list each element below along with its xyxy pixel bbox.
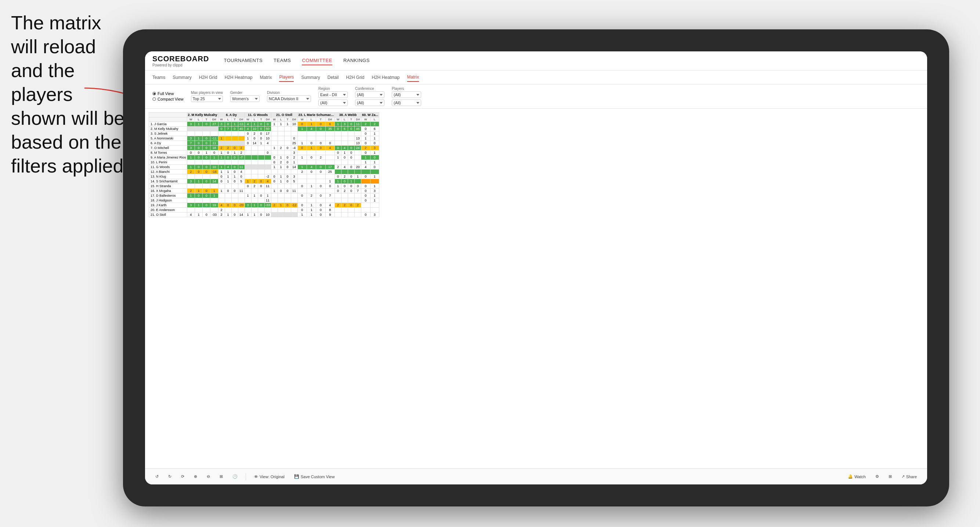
cell bbox=[348, 198, 355, 203]
subnav-h2h-grid1[interactable]: H2H Grid bbox=[199, 73, 217, 81]
cell: 0 bbox=[335, 189, 342, 194]
cell bbox=[203, 208, 210, 213]
cell: 1 bbox=[284, 122, 291, 127]
cell: 0 bbox=[231, 179, 238, 184]
players-filter: Players (All) (All) bbox=[392, 87, 421, 106]
zoom-out-button[interactable]: ⊖ bbox=[204, 473, 213, 480]
wlt-t1: T bbox=[203, 117, 210, 122]
cell: 1 bbox=[195, 189, 202, 194]
division-select[interactable]: NCAA Division II bbox=[267, 95, 311, 102]
subnav-players[interactable]: Players bbox=[279, 73, 294, 82]
subnav-matrix1[interactable]: Matrix bbox=[260, 73, 272, 81]
settings-button[interactable]: ⚙ bbox=[872, 473, 882, 480]
compact-view-radio[interactable] bbox=[153, 97, 156, 101]
cell: -20 bbox=[238, 203, 245, 208]
gender-select[interactable]: Women's bbox=[230, 95, 259, 102]
col-header-1: 2. M Kelly Mulcahy bbox=[187, 113, 218, 117]
conference-label: Conference bbox=[355, 87, 385, 90]
cell bbox=[225, 208, 231, 213]
subnav-summary2[interactable]: Summary bbox=[301, 73, 320, 81]
cell bbox=[203, 198, 210, 203]
region-select-top[interactable]: East - DII bbox=[318, 91, 348, 98]
cell: 1 bbox=[218, 170, 225, 174]
cell bbox=[210, 132, 218, 136]
cell bbox=[258, 208, 264, 213]
nav-committee[interactable]: COMMITTEE bbox=[302, 56, 332, 65]
cell bbox=[335, 194, 342, 198]
table-row: 18. J Hodgson 11 01 bbox=[149, 198, 379, 203]
cell: 0 bbox=[195, 155, 202, 160]
cell: -2 bbox=[264, 174, 271, 179]
cell: 0 bbox=[316, 141, 325, 146]
cell: 1 bbox=[195, 213, 202, 217]
wlt-l4: L bbox=[278, 117, 284, 122]
table-row: 21. O Stoll 410-33 21014 11010 1109 03 bbox=[149, 213, 379, 217]
cell: 0 bbox=[258, 213, 264, 217]
cell: 1 bbox=[307, 146, 316, 151]
subnav-summary1[interactable]: Summary bbox=[173, 73, 191, 81]
subnav-matrix2[interactable]: Matrix bbox=[407, 73, 419, 82]
player-name: 21. O Stoll bbox=[149, 213, 187, 217]
save-custom-button[interactable]: 💾 Save Custom View bbox=[291, 473, 338, 480]
cell: 1 bbox=[187, 155, 195, 160]
nav-rankings[interactable]: RANKINGS bbox=[343, 56, 370, 65]
redo-button[interactable]: ↻ bbox=[165, 473, 174, 480]
players-select-top[interactable]: (All) bbox=[392, 91, 421, 98]
cell: 3 bbox=[370, 189, 379, 194]
clock-button[interactable]: 🕐 bbox=[229, 473, 240, 480]
cell bbox=[278, 194, 284, 198]
cell bbox=[258, 155, 264, 160]
subnav-h2h-grid2[interactable]: H2H Grid bbox=[346, 73, 364, 81]
layout-button[interactable]: ⊞ bbox=[886, 473, 895, 480]
full-view-option[interactable]: Full View bbox=[153, 91, 184, 96]
cell bbox=[298, 132, 307, 136]
zoom-in-button[interactable]: ⊕ bbox=[191, 473, 200, 480]
cell bbox=[238, 141, 245, 146]
cell: -33 bbox=[210, 213, 218, 217]
cell: 0 bbox=[258, 203, 264, 208]
players-select-bottom[interactable]: (All) bbox=[392, 100, 421, 106]
cell: 0 bbox=[361, 132, 371, 136]
conference-select-bottom[interactable]: (All) bbox=[355, 100, 385, 106]
subnav-detail[interactable]: Detail bbox=[328, 73, 339, 81]
subnav-h2h-heatmap2[interactable]: H2H Heatmap bbox=[372, 73, 399, 81]
cell bbox=[210, 160, 218, 165]
region-filter: Region East - DII (All) bbox=[318, 87, 348, 106]
cell: 0 bbox=[370, 141, 379, 146]
cell: 0 bbox=[258, 179, 264, 184]
conference-select-top[interactable]: (All) bbox=[355, 91, 385, 98]
view-original-button[interactable]: 👁 View: Original bbox=[251, 473, 288, 480]
full-view-radio[interactable] bbox=[153, 92, 156, 95]
nav-teams[interactable]: TEAMS bbox=[274, 56, 291, 65]
region-select-bottom[interactable]: (All) bbox=[318, 100, 348, 106]
fit-button[interactable]: ⊞ bbox=[216, 473, 226, 480]
subnav-h2h-heatmap1[interactable]: H2H Heatmap bbox=[225, 73, 253, 81]
cell: 2 bbox=[187, 189, 195, 194]
subnav-teams[interactable]: Teams bbox=[153, 73, 165, 81]
header-player bbox=[149, 113, 187, 117]
refresh-button[interactable]: ⟳ bbox=[178, 473, 187, 480]
share-button[interactable]: ↗ Share bbox=[899, 473, 920, 480]
watch-button[interactable]: 🔔 Watch bbox=[845, 473, 869, 480]
nav-tournaments[interactable]: TOURNAMENTS bbox=[224, 56, 262, 65]
cell: 0 bbox=[348, 155, 355, 160]
compact-view-option[interactable]: Compact View bbox=[153, 97, 184, 101]
cell: 0 bbox=[342, 184, 348, 189]
cell: 11 bbox=[355, 122, 361, 127]
cell: 0 bbox=[225, 189, 231, 194]
cell: 0 bbox=[271, 179, 278, 184]
max-players-select[interactable]: Top 25 bbox=[191, 95, 223, 102]
cell bbox=[231, 136, 238, 141]
player-name: 7. O Mitchell bbox=[149, 146, 187, 151]
cell bbox=[335, 141, 342, 146]
cell: 25 bbox=[325, 170, 334, 174]
main-content[interactable]: 2. M Kelly Mulcahy 6. A Dy 11. G Woods 2… bbox=[145, 109, 927, 468]
cell: 1 bbox=[187, 165, 195, 170]
cell: 0 bbox=[195, 170, 202, 174]
col-header-6: 38. A Webb bbox=[335, 113, 361, 117]
cell bbox=[245, 151, 251, 155]
cell bbox=[291, 208, 298, 213]
undo-button[interactable]: ↺ bbox=[153, 473, 162, 480]
player-name: 18. J Hodgson bbox=[149, 198, 187, 203]
cell bbox=[238, 184, 245, 189]
